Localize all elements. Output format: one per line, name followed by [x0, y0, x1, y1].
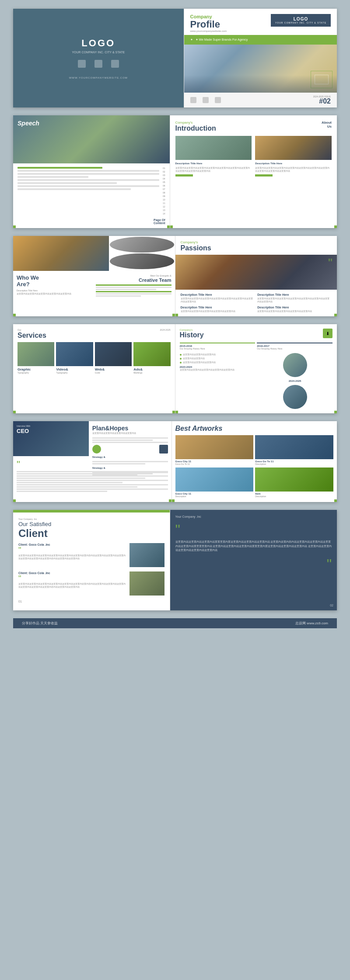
bottom-icon-1: [190, 97, 196, 103]
toc-page: Speech 01020304 05060708: [13, 115, 170, 228]
client-1-image: [130, 543, 164, 567]
services-date: 2024-2025: [160, 329, 171, 332]
issue-badge: 2024-2025 ISSUE #02: [313, 95, 331, 105]
service-web: Web& Code: [95, 342, 132, 374]
bottom-icon-2: [203, 97, 209, 103]
cover-right-page: Company Profile www.yourcompanywebsite.c…: [184, 9, 337, 107]
client-company-label: Your Company .Inc: [18, 518, 164, 521]
client-title: Client: [18, 527, 164, 540]
building-image: Speech: [13, 115, 170, 163]
service-video: Video& Typography: [56, 342, 93, 374]
plans-title: Plan&Hopes: [92, 425, 168, 432]
passion-item-3-text: 这里置内说这里置内说这里置内说这里置内说这里置内说: [181, 310, 255, 313]
service-graphic-image: [18, 342, 54, 366]
gc-history-br: [334, 411, 337, 413]
history-icon: ⬇: [323, 329, 332, 338]
passions-page: Company's Passions " Description Title H…: [175, 236, 337, 316]
plans-subtitle: 这里置内说这里置内说这里置内说这里置内说: [92, 432, 168, 435]
intro-image-2: [255, 136, 332, 160]
testimonial-company-label: Your Company .Inc: [175, 515, 332, 518]
cover-tagline: www.yourcompanywebsite.com: [190, 30, 227, 32]
passion-item-3-title: Description Title Here: [181, 306, 255, 309]
logo-box: LOGO YOUR COMPANY INC. CITY & STATE: [271, 14, 331, 27]
artwork-item-2: Goco Go To 11 Description: [255, 435, 333, 466]
spread-introduction: Speech 01020304 05060708: [13, 115, 337, 228]
gc-history-bl: [175, 411, 178, 413]
social-icon-1: [78, 60, 86, 68]
artwork-image-1: [175, 435, 254, 459]
artwork-image-3: [175, 467, 254, 492]
gc-ceo-br: [169, 499, 172, 502]
social-icon-2: [94, 60, 102, 68]
cover-sub: YOUR COMPANY INC. CITY & STATE: [72, 51, 125, 54]
cover-bottom: 2024-2025 ISSUE #02: [184, 93, 337, 107]
gc-services-bl: [13, 411, 16, 413]
gc-artworks-br: [334, 499, 337, 502]
history-page: Company's History ⬇ 2015-2016 Our Amazin…: [175, 324, 337, 413]
intro-company-label: Company's: [175, 121, 216, 125]
gc-passion-bl: [175, 314, 178, 316]
green-corner-br: [167, 225, 170, 228]
quote-mark: ": [328, 257, 332, 269]
artwork-item-3: Goco City 11 Description: [175, 467, 254, 498]
about-us-label: About Us: [322, 121, 332, 132]
history-title: History: [180, 331, 204, 339]
artworks-page: Best Artworks Goco City 11 Goco Go To 11…: [172, 421, 337, 502]
client-item-2: Client: Goco Cola .Inc " 这里置内说这里置内说这里置内说…: [18, 571, 164, 596]
service-graphic: Graphic Typography: [18, 342, 54, 374]
testimonial-page: Your Company .Inc " 这里置内说这里置内说这里置内说置置里置内…: [170, 510, 337, 610]
history-image-2: [283, 385, 307, 409]
ceo-page: Interview With CEO Plan&Hopes 这里置内说这里置内说…: [13, 421, 172, 502]
services-our-label: Our: [18, 329, 46, 332]
who-we-are-page: Who We Are? Description Title Here 这里置内说…: [13, 236, 175, 316]
green-corner-bl: [13, 225, 16, 228]
testimonial-quote-close: ": [175, 557, 332, 571]
spread-cover: LOGO YOUR COMPANY INC. CITY & STATE WWW.…: [13, 9, 337, 107]
client-1-name: Client: Goco Cola .Inc: [18, 543, 126, 546]
passion-item-4-title: Description Title Here: [257, 306, 332, 309]
spread-client: Your Company .Inc Our Satisfied Client C…: [13, 510, 337, 610]
gc-passion-br: [334, 314, 337, 316]
best-artworks-title: Best Artworks: [175, 425, 334, 433]
passions-company-label: Company's: [181, 240, 332, 244]
who-circle-images: [109, 236, 175, 271]
spread-ceo-artworks: Interview With CEO Plan&Hopes 这里置内说这里置内说…: [13, 421, 337, 502]
gc-artworks-bl: [172, 499, 175, 502]
client-page: Your Company .Inc Our Satisfied Client C…: [13, 510, 170, 610]
gc-who-bl: [13, 314, 16, 316]
client-2-name: Client: Goco Cola .Inc: [18, 571, 126, 575]
speech-label: Speech: [18, 120, 39, 127]
passion-item-4-text: 这里置内说这里置内说这里置内说这里置内说这里置内说: [257, 310, 332, 313]
cover-left-page: LOGO YOUR COMPANY INC. CITY & STATE WWW.…: [13, 9, 184, 107]
green-corner-intro-br: [334, 225, 337, 228]
history-image-1: [283, 353, 307, 377]
artwork-item-1: Goco City 11 Goco Go To 11: [175, 435, 254, 466]
service-video-image: [56, 342, 93, 366]
introduction-title: Introduction: [175, 125, 216, 132]
ceo-quote-open: ": [17, 460, 168, 469]
passions-title: Passions: [181, 244, 332, 252]
footer-right-text: 志设网 www.zs9.com: [295, 621, 328, 626]
testimonial-quote-open: ": [175, 523, 332, 537]
spread-who-passions: Who We Are? Description Title Here 这里置内说…: [13, 236, 337, 316]
history-text-1: 这里置内说这里置内说这里置内说 这里置内说这里置内说 这里置内说这里置内说这里置…: [180, 353, 255, 364]
social-icon-3: [111, 60, 119, 68]
bottom-icon-3: [215, 97, 221, 103]
passion-item-2-title: Description Title Here: [257, 293, 332, 296]
passion-item-2-text: 这里置内说这里置内说这里置内说这里置内说这里置内说这里置内说这里置内说这里置内说: [257, 297, 332, 303]
strategy-label-1: Strategy &: [92, 456, 168, 458]
client-item-1: Client: Goco Cola .Inc " 这里置内说这里置内说这里置内说…: [18, 543, 164, 567]
introduction-page: Company's Introduction About Us Descript…: [170, 115, 337, 228]
cover-logo: LOGO: [81, 38, 115, 49]
who-desc: Description Title Here: [17, 289, 92, 292]
page-of-content: Page Of Content: [154, 218, 165, 225]
green-corner-intro-bl: [170, 225, 173, 228]
client-satisfied-label: Our Satisfied: [18, 521, 164, 527]
artwork-image-2: [255, 435, 333, 459]
who-main-image: [13, 236, 109, 271]
artwork-item-4: Item Description: [255, 467, 333, 498]
client-2-image: [130, 571, 164, 596]
who-text: 这里置内说这里置内说这里置内说这里置内说这里置内说: [17, 292, 92, 295]
ceo-bottom: ": [13, 456, 172, 496]
service-web-image: [95, 342, 132, 366]
